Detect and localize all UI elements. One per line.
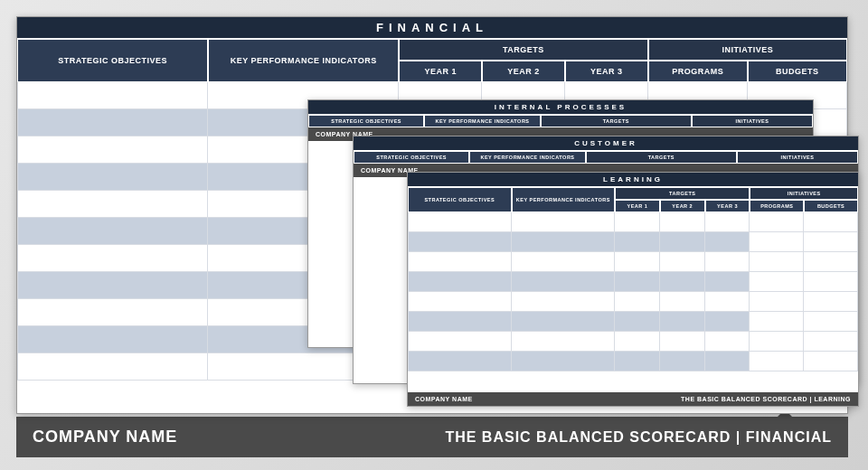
col-budgets: BUDGETS [804, 200, 858, 212]
col-strategic: STRATEGIC OBJECTIVES [408, 187, 512, 212]
col-year2: YEAR 2 [482, 61, 565, 82]
col-strategic: STRATEGIC OBJECTIVES [17, 39, 208, 82]
col-kpi: KEY PERFORMANCE INDICATORS [512, 187, 616, 212]
page-footer: COMPANY NAME THE BASIC BALANCED SCORECAR… [16, 417, 848, 457]
col-targets-group: TARGETS [541, 115, 692, 127]
panel-title-customer: CUSTOMER [354, 136, 858, 151]
col-kpi: KEY PERFORMANCE INDICATORS [469, 151, 585, 164]
table-body [408, 212, 858, 392]
col-strategic: STRATEGIC OBJECTIVES [308, 115, 424, 127]
col-initiatives-group: INITIATIVES [737, 151, 858, 164]
col-kpi: KEY PERFORMANCE INDICATORS [208, 39, 399, 82]
col-initiatives-group: INITIATIVES [750, 187, 858, 200]
col-targets-group: TARGETS [399, 39, 647, 61]
page-footer-company: COMPANY NAME [33, 428, 177, 446]
col-programs: PROGRAMS [648, 61, 748, 82]
col-year3: YEAR 3 [565, 61, 648, 82]
footer-company: COMPANY NAME [415, 396, 473, 402]
col-targets-group: TARGETS [615, 187, 750, 200]
col-programs: PROGRAMS [750, 200, 804, 212]
col-year3: YEAR 3 [705, 200, 750, 212]
panel-title-financial: FINANCIAL [17, 17, 847, 39]
col-targets-group: TARGETS [586, 151, 737, 164]
panel-title-internal: INTERNAL PROCESSES [308, 100, 813, 115]
col-year1: YEAR 1 [399, 61, 482, 82]
panel-learning: LEARNING STRATEGIC OBJECTIVES KEY PERFOR… [407, 172, 859, 407]
page-footer-title: THE BASIC BALANCED SCORECARD | FINANCIAL [445, 429, 832, 446]
footer-title: THE BASIC BALANCED SCORECARD | LEARNING [681, 396, 851, 402]
col-year2: YEAR 2 [660, 200, 705, 212]
col-initiatives-group: INITIATIVES [692, 115, 813, 127]
col-initiatives-group: INITIATIVES [648, 39, 847, 61]
col-strategic: STRATEGIC OBJECTIVES [354, 151, 469, 164]
col-kpi: KEY PERFORMANCE INDICATORS [424, 115, 540, 127]
col-year1: YEAR 1 [615, 200, 660, 212]
panel-footer: COMPANY NAME THE BASIC BALANCED SCORECAR… [408, 392, 858, 406]
col-budgets: BUDGETS [748, 61, 847, 82]
panel-title-learning: LEARNING [408, 173, 858, 187]
